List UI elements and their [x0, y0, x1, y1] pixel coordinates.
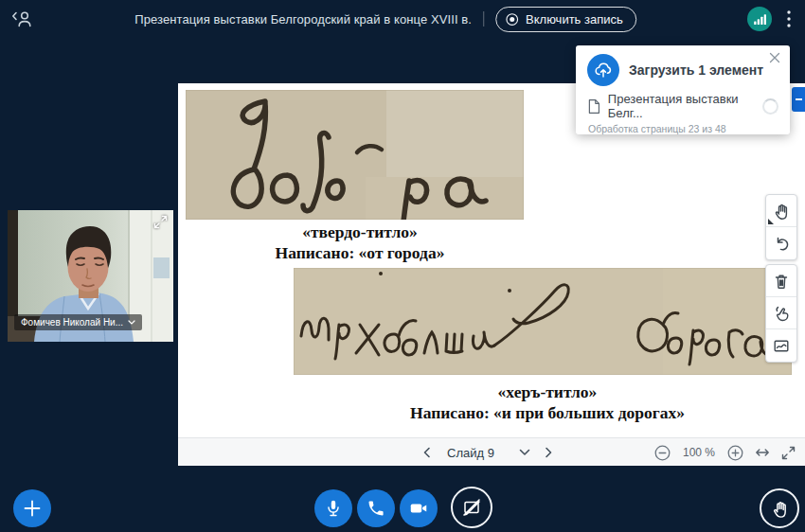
pointer-finger-icon [772, 304, 791, 323]
submenu-indicator [768, 219, 774, 224]
camera-icon [408, 498, 429, 519]
app-window: { "topbar": { "title": "Презентация выст… [0, 0, 805, 532]
minimize-icon [796, 98, 802, 100]
upload-progress-text: Обработка страницы 23 из 48 [576, 120, 790, 134]
leave-person-icon [11, 9, 34, 29]
dropdown-icon [519, 449, 530, 456]
side-panel-tab[interactable] [792, 87, 805, 112]
connection-quality-button[interactable] [747, 7, 772, 31]
upload-header: Загрузить 1 элемент [576, 45, 790, 91]
slide-list-dropdown[interactable] [519, 438, 530, 467]
caption-bottom-line1: «херъ-титло» [377, 381, 718, 402]
upload-title: Загрузить 1 элемент [629, 62, 763, 78]
signal-bars-icon [753, 12, 767, 27]
expand-icon [153, 215, 168, 229]
record-button-label: Включить запись [526, 12, 623, 27]
screen-annotation-button[interactable] [451, 487, 492, 528]
slide-footer: Слайд 9 100 % [178, 437, 805, 466]
call-button[interactable] [357, 489, 395, 527]
zoom-in-icon [727, 445, 743, 461]
caption-top-line2: Написано: «от города» [218, 242, 502, 263]
participant-name-label[interactable]: Фомичев Николай Ни... [14, 314, 142, 330]
zoom-out-icon [654, 445, 671, 461]
upload-spinner [762, 98, 778, 115]
draw-curve-button[interactable] [766, 329, 796, 362]
curve-chart-icon [772, 336, 791, 355]
leave-meeting-button[interactable] [11, 9, 34, 29]
kebab-menu-icon [787, 10, 791, 27]
slide-nav-group: Слайд 9 [420, 438, 555, 467]
next-icon [542, 446, 555, 459]
close-icon [769, 52, 780, 63]
record-button[interactable]: Включить запись [495, 7, 636, 32]
topbar-right [747, 0, 797, 38]
mic-icon [323, 498, 344, 519]
phone-icon [367, 499, 385, 518]
zoom-out-button[interactable] [654, 438, 671, 467]
zoom-in-button[interactable] [727, 438, 743, 467]
fullscreen-icon [781, 446, 796, 460]
close-upload-panel-button[interactable] [769, 51, 782, 64]
raise-hand-icon [770, 499, 790, 519]
fullscreen-button[interactable] [781, 438, 796, 467]
meeting-title: Презентация выставки Белгородский край в… [134, 12, 472, 27]
pointer-tool-button[interactable] [766, 297, 796, 329]
caption-bottom-line2: Написано: «и при больших дорогах» [377, 402, 718, 423]
plus-icon [23, 499, 42, 518]
toolbar-group-navigation [765, 194, 797, 260]
presentation-panel: «твердо-титло» Написано: «от города» [178, 83, 805, 466]
undo-icon [772, 234, 791, 253]
cloud-upload-badge [587, 54, 619, 86]
caption-top-line1: «твердо-титло» [218, 222, 502, 242]
camera-button[interactable] [400, 489, 438, 527]
record-icon [505, 12, 519, 27]
toolbar-group-annotate [765, 264, 797, 363]
pan-tool-button[interactable] [766, 195, 796, 227]
cloud-upload-icon [594, 62, 613, 79]
upload-file-row: Презентация выставки Белг... [576, 91, 790, 120]
caption-top: «твердо-титло» Написано: «от города» [218, 222, 502, 263]
zoom-controls: 100 % [654, 438, 796, 467]
topbar-divider [483, 11, 484, 27]
microphone-button[interactable] [314, 489, 352, 527]
manuscript-image-bottom [294, 268, 792, 375]
previous-slide-button[interactable] [420, 438, 434, 467]
fit-width-button[interactable] [755, 438, 770, 467]
pan-hand-icon [772, 202, 791, 221]
next-slide-button[interactable] [542, 438, 555, 467]
delete-annotation-button[interactable] [766, 265, 796, 297]
undo-button[interactable] [766, 227, 796, 259]
annotation-toolbar [765, 194, 797, 366]
participant-video-tile[interactable]: Фомичев Николай Ни... [8, 210, 173, 342]
more-options-button[interactable] [780, 7, 797, 31]
chevron-down-icon [128, 320, 135, 325]
screen-draw-icon [460, 496, 483, 519]
participant-name: Фомичев Николай Ни... [21, 317, 123, 328]
trash-icon [772, 272, 791, 291]
slide-number-label: Слайд 9 [447, 446, 494, 460]
fit-width-icon [755, 447, 770, 458]
upload-file-name: Презентация выставки Белг... [608, 92, 762, 120]
raise-hand-button[interactable] [760, 488, 799, 528]
document-icon [588, 98, 600, 115]
topbar-center: Презентация выставки Белгородский край в… [134, 0, 636, 38]
prev-icon [420, 446, 434, 459]
upload-progress-panel: Загрузить 1 элемент Презентация выставки… [576, 45, 790, 134]
zoom-level-label: 100 % [683, 446, 715, 459]
add-content-button[interactable] [13, 489, 51, 527]
topbar: Презентация выставки Белгородский край в… [0, 0, 805, 38]
caption-bottom: «херъ-титло» Написано: «и при больших до… [377, 381, 718, 423]
expand-tile-button[interactable] [153, 214, 169, 229]
manuscript-image-top [186, 90, 524, 220]
